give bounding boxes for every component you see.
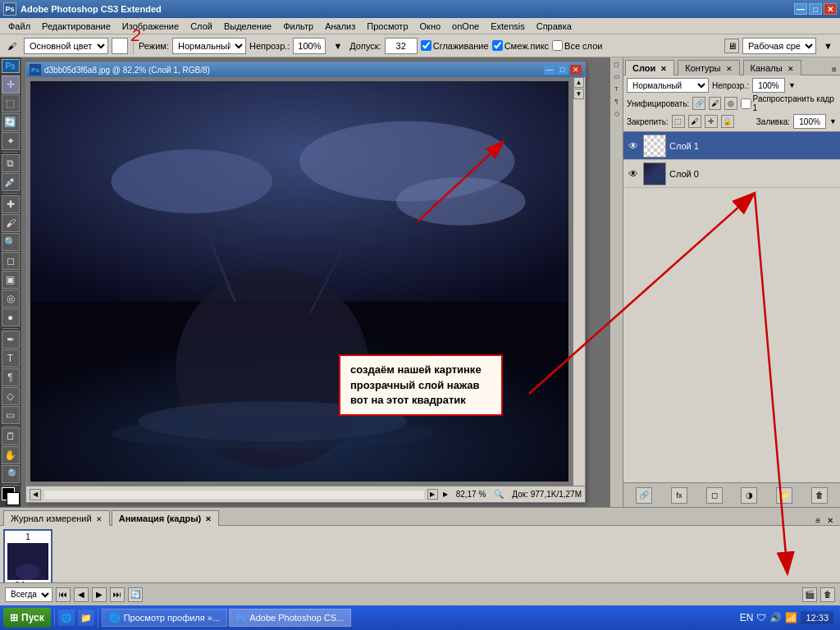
tab-channels[interactable]: Каналы ✕: [743, 60, 801, 75]
tool-eyedropper[interactable]: 💉: [2, 173, 20, 191]
tool-brush[interactable]: 🖌: [2, 214, 20, 232]
tool-type[interactable]: T: [2, 349, 20, 368]
panel-menu-btn[interactable]: ≡: [829, 63, 840, 75]
tab-paths[interactable]: Контуры ✕: [678, 60, 739, 75]
unify-btn-1[interactable]: 🔗: [692, 97, 705, 110]
video-btn[interactable]: 🎬: [802, 587, 817, 602]
tool-pen[interactable]: ✒: [2, 331, 20, 349]
next-frame-btn[interactable]: ⏭: [110, 587, 125, 602]
taskbar-item-photoshop[interactable]: Ps Adobe Photoshop CS...: [229, 609, 351, 627]
measurement-tab-close[interactable]: ✕: [96, 515, 103, 523]
layer-item-0[interactable]: 👁 Слой 0: [623, 160, 840, 188]
tool-paragraph[interactable]: ¶: [2, 368, 20, 386]
menu-window[interactable]: Окно: [415, 20, 446, 33]
tool-select-rect[interactable]: ⬚: [2, 94, 20, 112]
tool-magic-wand[interactable]: ✦: [2, 132, 20, 150]
add-mask-btn[interactable]: ◻: [706, 487, 723, 504]
menu-edit[interactable]: Редактирование: [37, 20, 116, 33]
fill-arrow[interactable]: ▼: [829, 117, 837, 126]
play-btn[interactable]: ▶: [92, 587, 107, 602]
channels-tab-close[interactable]: ✕: [788, 65, 794, 73]
color-swatches[interactable]: [2, 487, 20, 505]
workspace-dropdown[interactable]: Рабочая среда: [742, 38, 816, 54]
layers-tab-close[interactable]: ✕: [660, 65, 667, 73]
tab-layers[interactable]: Слои ✕: [625, 60, 674, 75]
tool-heal[interactable]: ✚: [2, 195, 20, 213]
bottom-panel-close[interactable]: ✕: [824, 516, 837, 525]
taskbar-ie-icon[interactable]: 🌐: [58, 609, 75, 626]
tool-eraser[interactable]: ◻: [2, 252, 20, 270]
tool-clone[interactable]: 🔍: [2, 233, 20, 251]
link-layers-btn[interactable]: 🔗: [636, 487, 652, 504]
loop-btn[interactable]: 🔄: [128, 587, 143, 602]
tab-measurement[interactable]: Журнал измерений ✕: [3, 510, 110, 526]
doc-scrollbar-vertical[interactable]: ▲ ▼: [573, 77, 585, 486]
side-tool-3[interactable]: T: [611, 84, 622, 94]
menu-extensis[interactable]: Extensis: [486, 20, 530, 33]
scroll-right-btn[interactable]: ▶: [427, 489, 438, 500]
mode-dropdown[interactable]: Нормальный: [172, 38, 246, 54]
anim-btn[interactable]: ▶: [441, 489, 450, 500]
all-layers-check[interactable]: Все слои: [552, 40, 602, 51]
doc-minimize[interactable]: —: [544, 65, 555, 75]
tolerance-input[interactable]: [385, 38, 418, 54]
del-anim-btn[interactable]: 🗑: [820, 587, 835, 602]
new-layer-btn[interactable]: 📁: [776, 487, 792, 504]
prev-frame-btn[interactable]: ◀: [74, 587, 89, 602]
unify-btn-3[interactable]: ◎: [724, 97, 737, 110]
lock-transparent[interactable]: ⬚: [672, 115, 685, 128]
menu-image[interactable]: Изображение: [117, 20, 184, 33]
tool-dodge[interactable]: ●: [2, 308, 20, 326]
menu-onone[interactable]: onOne: [447, 20, 484, 33]
maximize-button[interactable]: □: [809, 3, 822, 15]
fill-value[interactable]: [793, 114, 826, 129]
tool-crop[interactable]: ⧉: [2, 154, 20, 172]
menu-analysis[interactable]: Анализ: [320, 20, 360, 33]
animation-tab-close[interactable]: ✕: [205, 515, 212, 523]
unify-btn-2[interactable]: 🖌: [709, 97, 721, 110]
opacity-value[interactable]: [752, 78, 785, 93]
tool-zoom[interactable]: 🔎: [2, 465, 20, 483]
delete-layer-btn[interactable]: 🗑: [811, 487, 828, 504]
lock-all[interactable]: 🔒: [721, 115, 734, 128]
first-frame-btn[interactable]: ⏮: [56, 587, 71, 602]
tool-notes[interactable]: 🗒: [2, 427, 20, 445]
preset-dropdown[interactable]: Основной цвет: [24, 38, 108, 54]
side-tool-5[interactable]: ◇: [611, 108, 622, 119]
tool-gradient[interactable]: ▣: [2, 271, 20, 289]
distribute-check[interactable]: Распространить кадр 1: [741, 94, 837, 112]
lock-pixels[interactable]: 🖌: [688, 115, 701, 128]
tool-blur[interactable]: ◎: [2, 290, 20, 308]
tool-hand[interactable]: ✋: [2, 446, 20, 464]
scroll-left-btn[interactable]: ◀: [30, 489, 41, 500]
start-button[interactable]: ⊞ Пуск: [3, 608, 51, 628]
scroll-up-btn[interactable]: ▲: [573, 77, 584, 88]
loop-select[interactable]: Всегда: [5, 587, 52, 602]
close-button[interactable]: ✕: [824, 3, 837, 15]
taskbar-folder-icon[interactable]: 📁: [78, 609, 94, 626]
layer-0-visibility[interactable]: 👁: [627, 167, 640, 180]
paths-tab-close[interactable]: ✕: [726, 65, 733, 73]
menu-file[interactable]: Файл: [3, 20, 35, 33]
menu-select[interactable]: Выделение: [219, 20, 276, 33]
taskbar-volume[interactable]: 🔊: [769, 612, 782, 623]
tool-preset-btn[interactable]: 🖌: [3, 37, 21, 55]
opacity-arrow[interactable]: ▼: [329, 37, 346, 55]
anim-frame-1[interactable]: 1 0,1 сек.: [3, 529, 52, 582]
doc-maximize[interactable]: □: [557, 65, 568, 75]
opacity-arrow[interactable]: ▼: [788, 81, 796, 89]
lock-position[interactable]: ✛: [705, 115, 718, 128]
smooth-check[interactable]: Сглаживание: [421, 40, 489, 51]
bottom-panel-options[interactable]: ≡: [812, 516, 824, 525]
tool-move[interactable]: ✛: [2, 75, 20, 94]
menu-layer[interactable]: Слой: [185, 20, 217, 33]
tool-path[interactable]: ◇: [2, 387, 20, 405]
layer-mode-select[interactable]: Нормальный: [627, 78, 709, 93]
side-tool-2[interactable]: ▭: [611, 71, 622, 82]
taskbar-item-browser[interactable]: 🌐 Просмотр профиля »...: [102, 609, 227, 627]
fx-btn[interactable]: fx: [671, 487, 687, 504]
menu-help[interactable]: Справка: [532, 20, 577, 33]
doc-scrollbar-horizontal[interactable]: ◀ ▶ ▶ 82,17 % 🔍 Док: 977,1K/1,27М: [26, 486, 585, 502]
doc-close[interactable]: ✕: [570, 65, 582, 75]
layer-item-1[interactable]: 👁 Слой 1: [623, 132, 840, 160]
